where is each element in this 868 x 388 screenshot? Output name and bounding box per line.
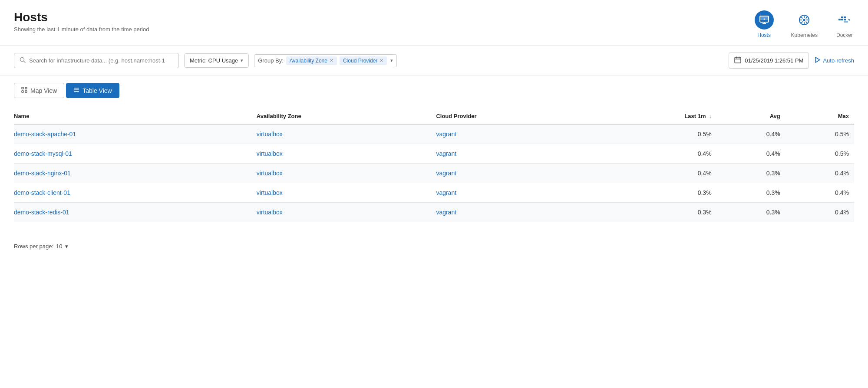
cell-last1m: 0.3%: [601, 203, 716, 222]
top-header: Hosts Showing the last 1 minute of data …: [0, 0, 868, 46]
cell-name[interactable]: demo-stack-nginx-01: [14, 164, 257, 183]
cell-az[interactable]: virtualbox: [257, 203, 436, 222]
search-box[interactable]: [14, 53, 179, 68]
svg-rect-32: [25, 91, 27, 92]
table-view-icon: [73, 87, 79, 94]
col-header-last1m[interactable]: Last 1m ↓: [601, 109, 716, 124]
cell-cloud[interactable]: vagrant: [436, 164, 601, 183]
rows-per-page-value: 10: [56, 243, 62, 250]
svg-line-13: [806, 17, 807, 19]
nav-kubernetes-label: Kubernetes: [791, 32, 818, 38]
cell-name[interactable]: demo-stack-redis-01: [14, 203, 257, 222]
group-by-tag-1-label: Cloud Provider: [343, 58, 377, 64]
svg-point-2: [763, 19, 765, 20]
page-title: Hosts: [14, 10, 149, 24]
cell-avg: 0.4%: [717, 124, 785, 144]
svg-rect-29: [22, 87, 23, 89]
nav-hosts[interactable]: Hosts: [755, 10, 774, 38]
table-header: Name Availability Zone Cloud Provider La…: [14, 109, 854, 124]
svg-rect-31: [22, 91, 23, 92]
main-content: Name Availability Zone Cloud Provider La…: [0, 102, 868, 236]
cell-avg: 0.3%: [717, 183, 785, 203]
rows-per-page-label: Rows per page:: [14, 243, 53, 250]
col-header-cloud-provider: Cloud Provider: [436, 109, 601, 124]
svg-rect-24: [735, 57, 741, 63]
group-by-tag-1-remove[interactable]: ✕: [380, 58, 383, 63]
cell-avg: 0.3%: [717, 203, 785, 222]
col-header-avg: Avg: [717, 109, 785, 124]
svg-marker-28: [815, 57, 820, 62]
cell-cloud[interactable]: vagrant: [436, 144, 601, 164]
svg-rect-20: [844, 21, 848, 23]
cell-az[interactable]: virtualbox: [257, 124, 436, 144]
cell-az[interactable]: virtualbox: [257, 183, 436, 203]
cell-name[interactable]: demo-stack-client-01: [14, 183, 257, 203]
nav-docker-label: Docker: [836, 32, 853, 38]
docker-icon-circle: [835, 10, 854, 30]
kubernetes-icon-circle: [795, 10, 814, 30]
table-view-button[interactable]: Table View: [66, 83, 119, 98]
date-picker[interactable]: 01/25/2019 1:26:51 PM: [729, 53, 809, 69]
cell-avg: 0.4%: [717, 144, 785, 164]
map-view-button[interactable]: Map View: [14, 83, 64, 98]
nav-icons: Hosts Kubernetes: [755, 10, 854, 38]
toolbar: Metric: CPU Usage ▾ Group By: Availabili…: [0, 46, 868, 76]
col-header-name: Name: [14, 109, 257, 124]
search-input[interactable]: [29, 57, 173, 64]
autorefresh-button[interactable]: Auto-refresh: [814, 57, 854, 64]
group-by-tag-1[interactable]: Cloud Provider ✕: [340, 56, 387, 65]
svg-point-6: [803, 19, 805, 21]
col-header-availability-zone: Availability Zone: [257, 109, 436, 124]
metric-chevron-icon: ▾: [241, 58, 243, 63]
svg-line-23: [24, 61, 26, 63]
title-section: Hosts Showing the last 1 minute of data …: [14, 10, 149, 33]
svg-rect-30: [25, 87, 27, 89]
cell-last1m: 0.4%: [601, 144, 716, 164]
svg-point-21: [844, 17, 845, 18]
cell-name[interactable]: demo-stack-apache-01: [14, 124, 257, 144]
cell-max: 0.4%: [785, 183, 854, 203]
table-row: demo-stack-client-01virtualboxvagrant0.3…: [14, 183, 854, 203]
nav-hosts-label: Hosts: [757, 32, 771, 38]
table-footer: Rows per page: 10 ▾: [0, 236, 868, 256]
calendar-icon: [734, 56, 741, 65]
cell-cloud[interactable]: vagrant: [436, 183, 601, 203]
docker-icon: [838, 15, 851, 25]
cell-name[interactable]: demo-stack-mysql-01: [14, 144, 257, 164]
metric-dropdown[interactable]: Metric: CPU Usage ▾: [184, 53, 249, 68]
group-by-container: Group By: Availability Zone ✕ Cloud Prov…: [254, 54, 397, 67]
play-icon: [814, 57, 820, 64]
map-view-label: Map View: [30, 87, 57, 94]
svg-line-11: [802, 17, 803, 19]
group-by-chevron-icon[interactable]: ▾: [390, 58, 393, 63]
cell-max: 0.5%: [785, 124, 854, 144]
group-by-label: Group By:: [258, 57, 284, 64]
search-icon: [20, 57, 26, 64]
table-row: demo-stack-nginx-01virtualboxvagrant0.4%…: [14, 164, 854, 183]
group-by-tag-0[interactable]: Availability Zone ✕: [286, 56, 337, 65]
svg-rect-15: [838, 19, 841, 20]
cell-az[interactable]: virtualbox: [257, 144, 436, 164]
cell-cloud[interactable]: vagrant: [436, 203, 601, 222]
table-body: demo-stack-apache-01virtualboxvagrant0.5…: [14, 124, 854, 222]
metric-label: Metric: CPU Usage: [190, 57, 238, 64]
svg-line-12: [806, 22, 807, 23]
page-subtitle: Showing the last 1 minute of data from t…: [14, 26, 149, 33]
nav-docker[interactable]: Docker: [835, 10, 854, 38]
svg-rect-16: [841, 19, 843, 20]
svg-rect-18: [841, 16, 843, 18]
date-value: 01/25/2019 1:26:51 PM: [745, 57, 803, 64]
cell-az[interactable]: virtualbox: [257, 164, 436, 183]
sort-icon: ↓: [709, 114, 712, 119]
group-by-tag-0-remove[interactable]: ✕: [330, 58, 333, 63]
svg-rect-17: [844, 19, 846, 20]
cell-avg: 0.3%: [717, 164, 785, 183]
nav-kubernetes[interactable]: Kubernetes: [791, 10, 818, 38]
hosts-icon: [759, 15, 769, 25]
rows-per-page-chevron-icon[interactable]: ▾: [65, 243, 68, 250]
table-row: demo-stack-mysql-01virtualboxvagrant0.4%…: [14, 144, 854, 164]
hosts-table: Name Availability Zone Cloud Provider La…: [14, 109, 854, 222]
svg-line-14: [802, 22, 803, 23]
cell-last1m: 0.5%: [601, 124, 716, 144]
cell-cloud[interactable]: vagrant: [436, 124, 601, 144]
